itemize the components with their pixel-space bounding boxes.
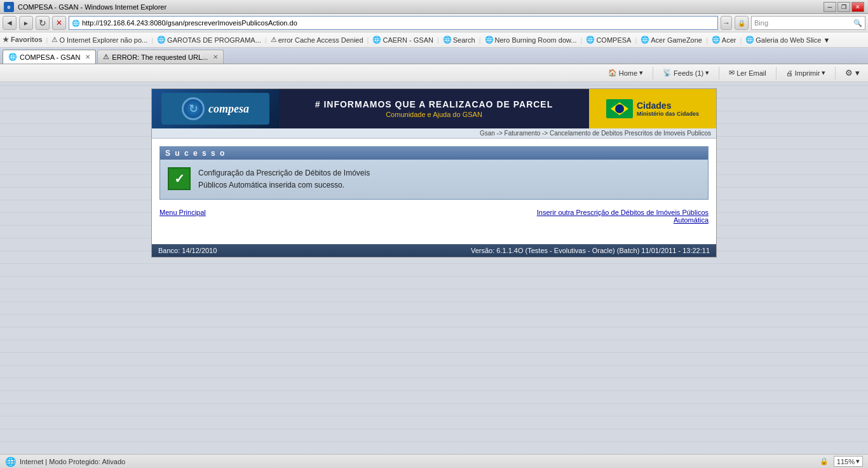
compesa-logo-box: ↻ compesa	[161, 93, 269, 125]
go-button[interactable]: →	[721, 16, 732, 30]
restore-button[interactable]: ❐	[837, 2, 850, 12]
fav-item-7[interactable]: 🌐 COMPESA	[586, 36, 631, 44]
fav-item-5[interactable]: 🌐 Search	[443, 36, 475, 44]
refresh-button[interactable]: ↻	[36, 16, 50, 30]
fav-separator-4: |	[367, 36, 369, 44]
page-footer: Banco: 14/12/2010 Versão: 6.1.1.4O (Test…	[152, 244, 716, 257]
fav-separator-8: |	[635, 36, 637, 44]
footer-version: Versão: 6.1.1.4O (Testes - Evolutivas - …	[471, 247, 710, 254]
footer-banco: Banco: 14/12/2010	[158, 247, 217, 254]
header-marquee: # INFORMAMOS QUE A REALIZACAO DE PARCEL	[315, 99, 553, 109]
success-content: ✓ Configuração da Prescrição de Débitos …	[160, 160, 708, 199]
main-area: ↻ compesa # INFORMAMOS QUE A REALIZACAO …	[0, 82, 868, 454]
title-bar-controls[interactable]: ─ ❐ ✕	[824, 2, 864, 12]
zoom-control[interactable]: 115% ▾	[834, 456, 863, 467]
header-center: # INFORMAMOS QUE A REALIZACAO DE PARCEL …	[279, 89, 589, 128]
fav-item-2[interactable]: 🌐 GAROTAS DE PROGRAMA...	[157, 36, 261, 44]
page-body: S u c e s s o ✓ Configuração da Prescriç…	[152, 139, 716, 240]
header-logo: ↻ compesa	[152, 89, 279, 128]
stop-button[interactable]: ✕	[52, 16, 66, 30]
fav-separator-6: |	[479, 36, 481, 44]
insert-link-line1: Inserir outra Prescrição de Débitos de I…	[537, 209, 709, 216]
page-header: ↻ compesa # INFORMAMOS QUE A REALIZACAO …	[152, 89, 716, 128]
insert-link-container: Inserir outra Prescrição de Débitos de I…	[537, 209, 709, 224]
status-right: 🔒 115% ▾	[820, 456, 863, 467]
tab-compesa-gsan[interactable]: 🌐 COMPESA - GSAN ✕	[3, 50, 96, 64]
fav-item-8[interactable]: 🌐 Acer GameZone	[641, 36, 702, 44]
tab-error[interactable]: ⚠ ERROR: The requested URL... ✕	[97, 50, 224, 64]
tab-2-close[interactable]: ✕	[213, 53, 218, 60]
zoom-value: 115%	[837, 458, 855, 465]
feeds-button[interactable]: 📡 Feeds (1) ▾	[658, 67, 714, 79]
favorites-bar: ★ Favoritos | ⚠ O Internet Explorer não …	[0, 32, 868, 48]
header-right: Cidades Ministério das Cidades	[589, 89, 716, 128]
fav-item-10[interactable]: 🌐 Galeria do Web Slice ▼	[745, 36, 830, 44]
fav-item-4[interactable]: 🌐 CAERN - GSAN	[372, 36, 433, 44]
insert-link-line2: Automática	[674, 216, 709, 224]
toolbar-separator-1	[653, 67, 653, 79]
tab-2-label: ERROR: The requested URL...	[112, 53, 208, 61]
fav-separator-2: |	[151, 36, 153, 44]
page-links: Menu Principal Inserir outra Prescrição …	[159, 206, 709, 226]
address-url: http://192.168.64.243:8080/gsan/prescrev…	[82, 19, 297, 27]
print-button[interactable]: 🖨 Imprimir ▾	[782, 67, 831, 79]
fav-separator-10: |	[740, 36, 742, 44]
fav-separator-1: |	[46, 36, 48, 44]
status-left: 🌐 Internet | Modo Protegido: Ativado	[5, 457, 125, 467]
toolbar-bar: 🏠 Home ▾ 📡 Feeds (1) ▾ ✉ Ler Email 🖨 Imp…	[0, 64, 868, 82]
fav-item-3[interactable]: ⚠ error Cache Access Denied	[271, 36, 363, 44]
cert-button[interactable]: 🔒	[735, 16, 749, 30]
search-placeholder: Bing	[754, 19, 768, 27]
title-bar-left: e COMPESA - GSAN - Windows Internet Expl…	[4, 2, 166, 12]
success-line2: Públicos Automática inserida com sucesso…	[198, 179, 370, 191]
breadcrumb-text: Gsan -> Faturamento -> Cancelamento de D…	[480, 130, 711, 137]
flag-circle	[615, 104, 624, 113]
title-bar: e COMPESA - GSAN - Windows Internet Expl…	[0, 0, 868, 14]
tab-1-icon: 🌐	[8, 53, 17, 61]
insert-prescription-link[interactable]: Inserir outra Prescrição de Débitos de I…	[537, 209, 709, 224]
email-button[interactable]: ✉ Ler Email	[724, 67, 770, 79]
favorites-label[interactable]: ★ Favoritos	[3, 36, 43, 44]
address-box[interactable]: 🌐 http://192.168.64.243:8080/gsan/prescr…	[69, 16, 718, 30]
flag-diamond	[611, 102, 628, 115]
fav-separator-9: |	[706, 36, 708, 44]
fav-item-1[interactable]: ⚠ O Internet Explorer não po...	[51, 36, 147, 44]
zoom-chevron-icon[interactable]: ▾	[856, 457, 860, 465]
back-button[interactable]: ◄	[3, 16, 17, 30]
tools-button[interactable]: ⚙ ▾	[841, 66, 864, 79]
logo-arrow-icon: ↻	[189, 102, 198, 116]
header-subtitle: Comunidade e Ajuda do GSAN	[386, 111, 482, 118]
close-button[interactable]: ✕	[851, 2, 864, 12]
status-text: Internet | Modo Protegido: Ativado	[20, 458, 125, 465]
ie-icon: e	[4, 2, 14, 12]
fav-item-6[interactable]: 🌐 Nero Burning Room dow...	[485, 36, 577, 44]
status-globe-icon: 🌐	[5, 457, 16, 467]
forward-button[interactable]: ►	[19, 16, 33, 30]
menu-principal-link[interactable]: Menu Principal	[159, 209, 206, 224]
fav-separator-3: |	[265, 36, 267, 44]
fav-separator-5: |	[437, 36, 439, 44]
page-icon: 🌐	[72, 20, 79, 27]
home-button[interactable]: 🏠 Home ▾	[604, 67, 648, 79]
compesa-name: compesa	[208, 102, 249, 116]
tab-1-label: COMPESA - GSAN	[20, 53, 80, 61]
logo-circle: ↻	[182, 97, 205, 120]
toolbar-separator-2	[719, 67, 719, 79]
check-icon: ✓	[168, 167, 191, 190]
page-frame: ↻ compesa # INFORMAMOS QUE A REALIZACAO …	[151, 88, 717, 258]
cidades-title: Cidades	[637, 100, 699, 111]
success-title-bar: S u c e s s o	[160, 147, 708, 160]
search-icon[interactable]: 🔍	[853, 19, 862, 27]
tab-1-close[interactable]: ✕	[85, 53, 90, 60]
tab-2-icon: ⚠	[103, 53, 109, 61]
breadcrumb: Gsan -> Faturamento -> Cancelamento de D…	[152, 128, 716, 139]
fav-item-9[interactable]: 🌐 Acer	[712, 36, 736, 44]
fav-separator-7: |	[581, 36, 583, 44]
window-title: COMPESA - GSAN - Windows Internet Explor…	[18, 3, 166, 11]
minimize-button[interactable]: ─	[824, 2, 836, 12]
search-box[interactable]: Bing 🔍	[751, 16, 865, 30]
cidades-logo: Cidades Ministério das Cidades	[606, 99, 699, 118]
zoom-icon: 🔒	[820, 457, 829, 465]
toolbar-separator-4	[835, 67, 836, 79]
success-line1: Configuração da Prescrição de Débitos de…	[198, 167, 370, 179]
